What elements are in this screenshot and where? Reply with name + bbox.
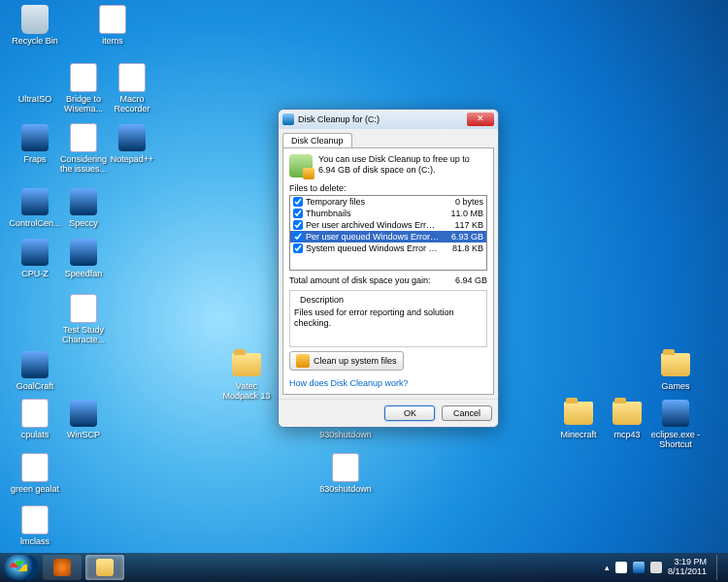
desktop-icon-mcp43[interactable]: mcp43 [600, 398, 654, 440]
file-checkbox[interactable] [293, 243, 303, 253]
cleanup-system-files-label: Clean up system files [314, 356, 397, 366]
desktop-icon-830shutdown[interactable]: 830shutdown [318, 452, 373, 495]
disk-cleanup-dialog: Disk Cleanup for (C:) ✕ Disk Cleanup You… [278, 109, 499, 428]
help-link[interactable]: How does Disk Cleanup work? [289, 378, 487, 388]
desktop-icon-vatec-modpack-13[interactable]: Vatec Modpack 13 [219, 349, 274, 402]
desktop-icon-cpulats[interactable]: cpulats [8, 398, 62, 440]
description-header: Description [298, 295, 346, 305]
tab-strip: Disk Cleanup [279, 129, 498, 147]
drive-icon [289, 154, 313, 178]
file-name: Per user archived Windows Error Repo... [306, 220, 440, 230]
info-text: You can use Disk Cleanup to free up to 6… [318, 154, 487, 178]
file-item[interactable]: System queued Windows Error Reporti...81… [290, 242, 486, 254]
description-group: Description Files used for error reporti… [289, 290, 487, 347]
tray-chevron-icon[interactable]: ▴ [605, 563, 610, 572]
desktop-icon-speccy[interactable]: Speccy [56, 186, 111, 229]
desktop-icon-green-gealat[interactable]: green gealat [8, 452, 62, 495]
desktop-icon-macro-recorder[interactable]: Macro Recorder [105, 62, 159, 114]
file-item[interactable]: Per user archived Windows Error Repo...1… [290, 219, 486, 231]
network-icon[interactable] [633, 562, 645, 573]
file-name: Per user queued Windows Error Repor... [306, 232, 440, 242]
total-label: Total amount of disk space you gain: [289, 275, 455, 285]
desktop-icon-ultraiso[interactable]: UltraISO [8, 62, 62, 105]
file-size: 117 KB [443, 220, 483, 230]
action-center-icon[interactable] [615, 562, 627, 573]
file-name: System queued Windows Error Reporti... [306, 243, 440, 253]
desktop-icon-controlcen[interactable]: ControlCen... [8, 186, 62, 229]
file-name: Temporary files [306, 197, 440, 207]
file-size: 81.8 KB [443, 243, 483, 253]
cancel-button[interactable]: Cancel [442, 405, 492, 421]
taskbar-explorer[interactable] [85, 555, 124, 580]
shield-icon [296, 354, 310, 368]
desktop-icon-recycle-bin[interactable]: Recycle Bin [8, 4, 62, 47]
file-item[interactable]: Per user queued Windows Error Repor...6.… [290, 231, 486, 242]
desktop-icon-winscp[interactable]: WinSCP [56, 398, 111, 440]
desktop-icon-bridge-to-wisema[interactable]: Bridge to Wisema... [56, 62, 111, 114]
tab-disk-cleanup[interactable]: Disk Cleanup [282, 133, 352, 147]
file-size: 11.0 MB [443, 209, 483, 218]
file-checkbox[interactable] [293, 220, 303, 230]
desktop-icon-fraps[interactable]: Fraps [8, 122, 62, 165]
file-checkbox[interactable] [293, 197, 303, 207]
desktop-icon-items[interactable]: items [85, 4, 140, 47]
desktop-icon-eclipse-exe-shortcut[interactable]: eclipse.exe - Shortcut [648, 398, 703, 450]
dialog-button-row: OK Cancel [279, 399, 498, 427]
taskbar-firefox[interactable] [43, 555, 82, 580]
close-button[interactable]: ✕ [467, 113, 494, 126]
desktop-icon-lmclass[interactable]: lmclass [8, 504, 62, 547]
clock[interactable]: 3:19 PM 8/11/2011 [668, 558, 707, 577]
file-item[interactable]: Thumbnails11.0 MB [290, 208, 486, 219]
cleanup-system-files-button[interactable]: Clean up system files [289, 351, 404, 371]
start-button[interactable] [4, 555, 39, 580]
desktop-icon-considering-the-issues[interactable]: Considering the issues... [56, 122, 111, 175]
window-title: Disk Cleanup for (C:) [298, 114, 467, 124]
total-value: 6.94 GB [455, 275, 487, 285]
desktop-icon-goalcraft[interactable]: GoalCraft [8, 349, 62, 392]
disk-cleanup-icon [282, 113, 294, 125]
file-size: 0 bytes [443, 197, 483, 207]
desktop-icon-notepad[interactable]: Notepad++ [105, 122, 159, 165]
file-size: 6.93 GB [443, 232, 483, 242]
ok-button[interactable]: OK [384, 405, 435, 421]
volume-icon[interactable] [650, 562, 662, 573]
file-checkbox[interactable] [293, 232, 303, 242]
files-list[interactable]: Temporary files0 bytesThumbnails11.0 MBP… [289, 195, 487, 271]
system-tray: ▴ 3:19 PM 8/11/2011 [605, 555, 724, 580]
show-desktop-button[interactable] [716, 555, 724, 580]
taskbar: ▴ 3:19 PM 8/11/2011 [0, 553, 728, 582]
tab-body: You can use Disk Cleanup to free up to 6… [282, 147, 494, 395]
desktop-icon-speedfan[interactable]: Speedfan [56, 237, 111, 279]
description-text: Files used for error reporting and solut… [294, 307, 482, 342]
file-name: Thumbnails [306, 209, 440, 218]
desktop-icon-test-study-characte[interactable]: Test Study Characte... [56, 293, 111, 345]
clock-date: 8/11/2011 [668, 567, 707, 577]
desktop-icon-games[interactable]: Games [648, 349, 703, 392]
files-to-delete-label: Files to delete: [289, 183, 487, 193]
file-checkbox[interactable] [293, 209, 303, 218]
desktop-icon-minecraft[interactable]: Minecraft [551, 398, 606, 440]
file-item[interactable]: Temporary files0 bytes [290, 196, 486, 208]
titlebar[interactable]: Disk Cleanup for (C:) ✕ [279, 110, 498, 129]
desktop-icon-cpu-z[interactable]: CPU-Z [8, 237, 62, 279]
